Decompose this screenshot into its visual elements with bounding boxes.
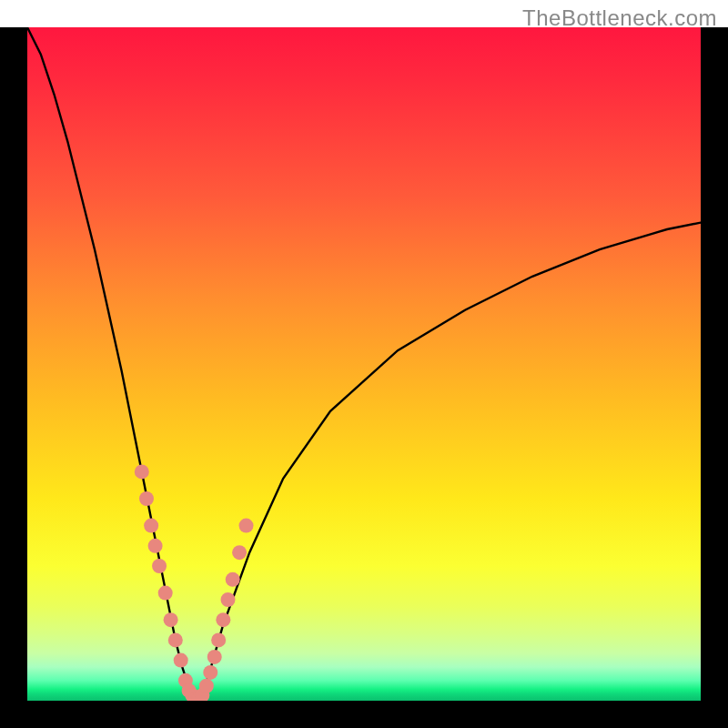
marker-dot [203,665,217,680]
marker-dot [152,559,167,573]
marker-dot [221,592,236,607]
marker-dot [148,539,163,553]
marker-dot [226,572,240,587]
marker-dots-group [135,464,254,701]
marker-dot [207,650,222,664]
marker-dot [139,491,154,506]
marker-dot [164,612,178,627]
plot-area [27,27,701,701]
marker-dot [216,612,230,627]
marker-dot [174,653,188,668]
chart-svg [27,27,701,701]
marker-dot [144,519,158,533]
marker-dot [168,632,183,647]
bottleneck-curve [27,27,701,700]
chart-stage: TheBottleneck.com [0,0,728,728]
marker-dot [211,632,226,647]
chart-frame [0,27,728,728]
marker-dot [199,679,214,693]
marker-dot [135,464,149,479]
marker-dot [232,545,247,560]
marker-dot [158,586,173,601]
marker-dot [239,519,254,533]
watermark-text: TheBottleneck.com [522,5,717,31]
